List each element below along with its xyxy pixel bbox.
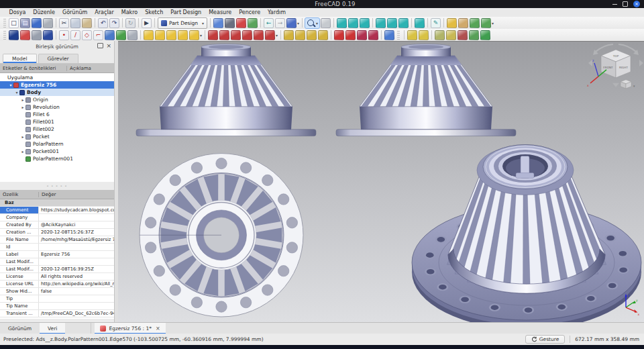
tree-item-fillet001[interactable]: Fillet001 xyxy=(0,118,114,126)
undo-button[interactable]: ↶ xyxy=(97,18,109,28)
view-isometric[interactable] xyxy=(412,145,641,322)
close-panel-icon[interactable]: × xyxy=(106,43,111,48)
property-value[interactable]: All rights reserved xyxy=(39,273,114,280)
zoom-selection-button[interactable] xyxy=(224,18,235,28)
view-front-2[interactable] xyxy=(336,44,516,136)
expander-icon[interactable]: ▸ xyxy=(20,149,25,154)
property-value[interactable] xyxy=(39,258,114,265)
property-row-license-url[interactable]: License URLhttp://en.wikipedia.org/wiki/… xyxy=(0,281,114,288)
property-row-show-hid[interactable]: Show Hid...false xyxy=(0,288,114,295)
workbench-selector[interactable]: Part Design▾ xyxy=(158,17,207,29)
mirrored-button[interactable] xyxy=(283,30,294,40)
datum-plane-button[interactable]: ◇ xyxy=(81,30,93,40)
subtractive-pipe-button[interactable] xyxy=(253,30,264,40)
property-row-last-modif[interactable]: Last Modif...2020-12-08T16:39:25Z xyxy=(0,266,114,273)
menu-yard-m[interactable]: Yardım xyxy=(264,9,290,15)
view-bottom-button[interactable] xyxy=(398,18,409,28)
subtractive-loft-button[interactable] xyxy=(241,30,253,40)
navigation-cube[interactable]: TOP FRONT RIGHT z x ▾ xyxy=(587,44,643,89)
property-name[interactable]: Last Modif... xyxy=(0,258,39,265)
3d-viewport[interactable]: TOP FRONT RIGHT z x ▾ xyxy=(118,41,644,322)
document-tab[interactable]: Egzersiz 756 : 1* × xyxy=(95,323,165,334)
menu-sketch[interactable]: Sketch xyxy=(142,9,167,15)
tree-item-fillet-6[interactable]: Fillet 6 xyxy=(0,111,114,118)
menu-measure[interactable]: Measure xyxy=(205,9,235,15)
cut-button[interactable]: ✂ xyxy=(58,18,70,28)
tab-model[interactable]: Model xyxy=(3,54,37,63)
property-row-transient[interactable]: Transient .../tmp/FreeCAD_Doc_62c6b7ec-9… xyxy=(0,310,114,317)
migrate-button[interactable] xyxy=(384,30,395,40)
revolution-button[interactable] xyxy=(154,30,166,40)
tab-data-properties[interactable]: Veri xyxy=(40,323,65,334)
part-export-button[interactable] xyxy=(446,18,458,28)
property-row-license[interactable]: LicenseAll rights reserved xyxy=(0,273,114,281)
view-right-button[interactable] xyxy=(375,18,386,28)
new-file-button[interactable]: □ xyxy=(8,18,19,28)
view-front-1[interactable] xyxy=(136,44,316,136)
gesture-button[interactable]: Gesture xyxy=(525,335,566,344)
float-panel-icon[interactable] xyxy=(97,43,103,48)
toggle-measurement-button[interactable] xyxy=(445,30,457,40)
property-name[interactable]: Company xyxy=(0,214,39,221)
property-name[interactable]: License URL xyxy=(0,281,39,287)
property-row-comment[interactable]: Commenthttps://studycadcam.blogspot.com xyxy=(0,207,114,214)
property-value[interactable]: 2020-12-08T16:39:25Z xyxy=(39,266,114,272)
tree-item-uygulama[interactable]: Uygulama xyxy=(0,74,114,81)
polar-pattern-button[interactable] xyxy=(306,30,317,40)
open-folder-button[interactable] xyxy=(458,18,469,28)
panel-splitter[interactable]: - - - - - xyxy=(0,182,114,190)
nav-cube-front-label[interactable]: FRONT xyxy=(603,66,613,69)
property-value[interactable]: 2020-12-08T15:26:37Z xyxy=(39,229,114,236)
property-row-tip[interactable]: Tip xyxy=(0,295,114,303)
tree-item-polarpattern001[interactable]: PolarPattern001 xyxy=(0,155,114,162)
export-options-button[interactable]: ▾ xyxy=(480,18,494,28)
clear-measurement-button[interactable] xyxy=(457,30,468,40)
menu-pencere[interactable]: Pencere xyxy=(235,9,264,15)
property-row-tip-name[interactable]: Tip Name xyxy=(0,303,114,310)
zoom-tool-button[interactable]: ▾ xyxy=(305,17,320,29)
property-value[interactable]: @AcikKaynakci xyxy=(39,221,114,228)
view-rear-button[interactable] xyxy=(386,18,398,28)
boolean-union-button[interactable] xyxy=(333,30,345,40)
additive-helix-button[interactable]: ▾ xyxy=(189,30,203,40)
property-group-baz[interactable]: Baz xyxy=(0,199,114,207)
tree-item-polarpattern[interactable]: PolarPattern xyxy=(0,140,114,148)
property-name[interactable]: License xyxy=(0,273,39,280)
select-button[interactable]: ▶ xyxy=(141,18,152,28)
additive-pipe-button[interactable] xyxy=(177,30,189,40)
property-name[interactable]: File Name xyxy=(0,236,39,243)
property-name[interactable]: Transient ... xyxy=(0,310,39,317)
create-sketch-button[interactable] xyxy=(19,30,31,40)
maximize-button[interactable] xyxy=(623,1,628,7)
property-row-created-by[interactable]: Created By@AcikKaynakci xyxy=(0,221,114,229)
view-front-button[interactable] xyxy=(347,18,359,28)
property-value[interactable] xyxy=(39,295,114,302)
nav-style-button[interactable] xyxy=(320,18,331,28)
property-row-last-modif[interactable]: Last Modif... xyxy=(0,258,114,266)
pocket-button[interactable] xyxy=(207,30,219,40)
menu-part-design[interactable]: Part Design xyxy=(167,9,205,15)
property-name[interactable]: Show Hid... xyxy=(0,288,39,295)
subtractive-helix-button[interactable]: ▾ xyxy=(264,30,278,40)
datum-point-button[interactable]: • xyxy=(58,30,70,40)
view-left-button[interactable] xyxy=(414,18,425,28)
property-value[interactable] xyxy=(39,244,114,250)
property-value[interactable]: https://studycadcam.blogspot.com xyxy=(39,207,114,213)
menu-d-zenle[interactable]: Düzenle xyxy=(30,9,59,15)
property-value[interactable]: /home/mhg/Masaüstü/Egzersiz 7... xyxy=(39,236,114,243)
tree-item-body[interactable]: ▾Body xyxy=(0,89,114,96)
boolean-common-button[interactable] xyxy=(356,30,368,40)
property-value[interactable]: false xyxy=(39,288,114,295)
measure-refresh-button[interactable] xyxy=(434,30,445,40)
property-name[interactable]: Tip Name xyxy=(0,303,39,309)
property-row-creation[interactable]: Creation ...2020-12-08T15:26:37Z xyxy=(0,229,114,236)
nav-cube-right-label[interactable]: RIGHT xyxy=(619,66,629,69)
linear-pattern-button[interactable] xyxy=(294,30,306,40)
toggle-dimension-button[interactable] xyxy=(468,30,480,40)
view-dialog-button[interactable]: ▾ xyxy=(286,18,300,28)
save-button[interactable] xyxy=(31,18,42,28)
texture-view-button[interactable] xyxy=(247,18,258,28)
nav-back-button[interactable]: ← xyxy=(263,18,274,28)
edit-sketch-button[interactable] xyxy=(31,30,42,40)
sub-shape-binder-button[interactable] xyxy=(127,30,138,40)
